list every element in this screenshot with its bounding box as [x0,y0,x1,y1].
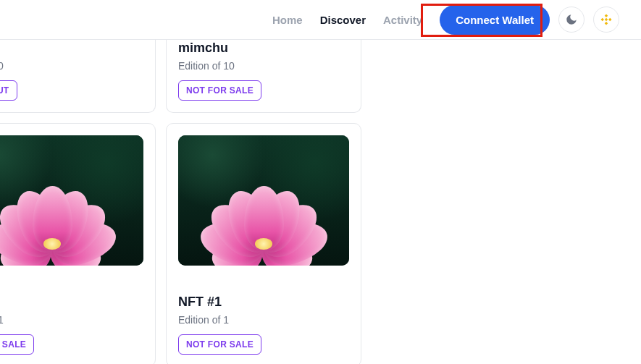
bnb-icon [600,13,613,26]
nft-card[interactable]: #1 on of 1 FOR SALE [0,123,156,364]
nft-title: mimchu [178,41,349,56]
nft-status-tag: NOT FOR SALE [178,80,261,101]
nft-status-tag: O OUT [0,80,17,101]
nav-activity[interactable]: Activity [383,14,422,26]
dark-mode-toggle[interactable] [558,7,585,33]
nav-discover[interactable]: Discover [320,14,366,26]
main-nav: Home Discover Activity [272,14,422,26]
nft-title: NFT #1 [178,295,349,310]
nft-status-tag: FOR SALE [0,334,34,355]
nft-card[interactable]: NFT #1 Edition of 1 NOT FOR SALE [166,123,361,364]
header: Home Discover Activity Connect Wallet [0,0,641,40]
nav-home[interactable]: Home [272,14,303,26]
nft-image [0,135,143,266]
nft-edition: Edition of 1 [178,314,349,326]
nft-edition: on of 1 [0,314,143,326]
nft-title: #1 [0,295,143,310]
network-toggle[interactable] [593,7,619,33]
nft-status-tag: NOT FOR SALE [178,334,261,355]
nft-edition: Edition of 10 [178,60,349,72]
nft-row-2: #1 on of 1 FOR SALE NFT #1 Edition of 1 … [0,123,361,364]
nft-edition: n of 10 [0,60,143,72]
nft-image [178,135,349,266]
nft-title: chu [0,41,143,56]
connect-wallet-button[interactable]: Connect Wallet [440,5,550,35]
moon-icon [565,13,578,26]
